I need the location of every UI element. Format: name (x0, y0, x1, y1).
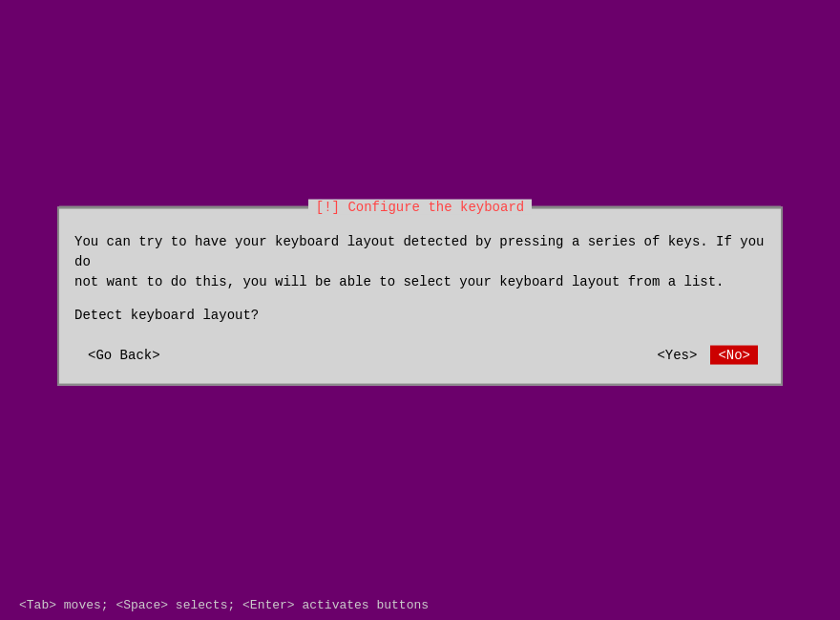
screen: [!] Configure the keyboard You can try t… (0, 0, 840, 620)
dialog-content: You can try to have your keyboard layout… (59, 208, 781, 383)
title-line-right (532, 205, 781, 207)
dialog-title: [!] Configure the keyboard (308, 199, 532, 214)
title-line-left (59, 205, 308, 207)
dialog-box: [!] Configure the keyboard You can try t… (57, 206, 783, 385)
dialog-question: Detect keyboard layout? (74, 307, 766, 322)
btn-group-right: <Yes> <No> (651, 345, 758, 364)
yes-button[interactable]: <Yes> (651, 345, 703, 364)
no-button[interactable]: <No> (710, 345, 758, 364)
body-line1: You can try to have your keyboard layout… (74, 233, 765, 268)
dialog-title-bar: [!] Configure the keyboard (59, 199, 781, 214)
dialog-buttons: <Go Back> <Yes> <No> (74, 341, 766, 368)
go-back-button[interactable]: <Go Back> (82, 345, 166, 364)
dialog-body: You can try to have your keyboard layout… (74, 231, 766, 291)
body-line2: not want to do this, you will be able to… (74, 273, 724, 289)
status-bar: <Tab> moves; <Space> selects; <Enter> ac… (19, 598, 429, 612)
status-text: <Tab> moves; <Space> selects; <Enter> ac… (19, 598, 429, 612)
